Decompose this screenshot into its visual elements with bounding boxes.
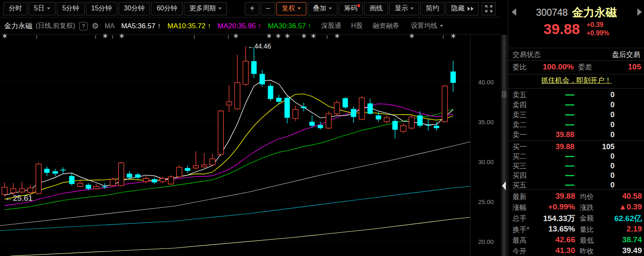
simple-mode-button[interactable]: 简约 — [420, 2, 444, 15]
fullscreen-button[interactable] — [481, 2, 496, 15]
event-updown-arrow-icon[interactable]: ↕ — [326, 34, 329, 39]
buy-order-row-5[interactable]: 买五0 — [508, 180, 644, 190]
overlay-button[interactable]: 叠加 — [307, 2, 337, 15]
sell-order-row-3[interactable]: 卖三0 — [508, 110, 644, 120]
ma-indicator-label[interactable]: MA — [105, 22, 115, 30]
event-star-icon[interactable] — [335, 34, 339, 39]
ma-values: MA5:36.57 ↑MA10:35.72 ↑MA20:35.95 ↑MA30:… — [115, 22, 311, 30]
period-button-1[interactable]: 5日 — [29, 2, 56, 15]
event-star-icon[interactable] — [103, 34, 107, 39]
order-price — [537, 171, 574, 180]
event-star-icon[interactable] — [285, 34, 290, 39]
chevron-down-icon — [218, 7, 222, 10]
stat-label: 量比 — [580, 225, 594, 234]
period-button-5[interactable]: 60分钟 — [151, 2, 183, 15]
price-change: +0.39 — [586, 21, 609, 29]
divider-line — [508, 189, 644, 190]
chevron-down-icon — [298, 7, 301, 10]
price-axis-label: 25.00 — [471, 198, 500, 205]
stat-value: 154.33万 — [529, 213, 575, 224]
candlestick-chart[interactable]: ←44.46←25.61 ↕↕↕↕↕↕↕ — [0, 35, 471, 256]
order-volume: 0 — [581, 130, 615, 139]
collapse-arrow-icon[interactable] — [502, 181, 506, 190]
event-updown-arrow-icon[interactable]: ↕ — [193, 34, 196, 39]
price-axis-label: 30.00 — [471, 158, 500, 165]
order-volume: 105 — [581, 143, 615, 151]
buy-order-row-3[interactable]: 买三0 — [508, 161, 644, 171]
buy-order-row-2[interactable]: 买二0 — [508, 151, 644, 161]
weibi-value: 100.00% — [543, 62, 574, 71]
panel-resize-divider[interactable] — [501, 35, 507, 256]
legend-stock-name: 金力永磁 — [4, 21, 32, 31]
event-updown-arrow-icon[interactable]: ↕ — [94, 34, 97, 39]
help-button[interactable]: ? — [79, 22, 88, 30]
legend-link-2[interactable]: 融资融券 — [373, 22, 399, 30]
stat-label: 昨收 — [580, 246, 594, 256]
draw-line-button[interactable]: 画线 — [364, 2, 388, 15]
stat-value: 38.74 — [600, 235, 642, 244]
order-level-label: 买三 — [512, 161, 527, 171]
order-level-label: 卖五 — [512, 90, 527, 100]
event-updown-arrow-icon[interactable]: ↕ — [111, 34, 114, 39]
event-marker-row: ↕↕↕↕↕↕↕ — [0, 34, 471, 39]
ma-settings-button[interactable]: 设置均线 — [411, 22, 443, 30]
event-star-icon[interactable] — [2, 34, 7, 39]
legend-link-0[interactable]: 深股通 — [321, 22, 341, 30]
event-star-icon[interactable] — [267, 34, 271, 39]
stat-label: 换手* — [512, 225, 529, 234]
stats-row-5: 今开41.30昨收39.49 — [508, 245, 644, 256]
event-star-icon[interactable] — [120, 34, 124, 39]
order-price — [537, 91, 574, 99]
order-volume: 0 — [581, 121, 615, 129]
period-button-label: 5日 — [34, 4, 44, 13]
event-star-icon[interactable] — [276, 34, 281, 39]
period-button-2[interactable]: 5分钟 — [57, 2, 85, 15]
chevron-down-icon — [47, 7, 50, 10]
period-button-6[interactable]: 更多周期 — [184, 2, 227, 15]
legend-links: 深股通H股融资融券 — [311, 22, 399, 30]
chips-button[interactable]: 筹码 — [339, 2, 363, 15]
event-star-icon[interactable] — [410, 34, 414, 39]
buy-order-row-1[interactable]: 买一39.88105 — [508, 142, 644, 152]
period-button-4[interactable]: 30分钟 — [119, 2, 150, 15]
period-button-0[interactable]: 分时 — [3, 2, 27, 15]
zoom-out-button[interactable]: − — [261, 2, 275, 15]
period-button-3[interactable]: 15分钟 — [86, 2, 117, 15]
event-updown-arrow-icon[interactable]: ↕ — [442, 34, 445, 39]
adjust-mode-button[interactable]: 复权 — [276, 2, 306, 15]
sell-order-row-5[interactable]: 卖一39.880 — [508, 130, 644, 140]
stats-row-4: 最高42.66最低38.74 — [508, 234, 644, 245]
double-arrow-right-icon — [467, 7, 473, 11]
event-updown-arrow-icon[interactable]: ↕ — [35, 34, 38, 39]
event-star-icon[interactable] — [451, 34, 456, 39]
empty-price-dash — [565, 124, 574, 126]
button-label: 叠加 — [313, 4, 326, 13]
event-star-icon[interactable] — [311, 34, 316, 39]
order-volume: 0 — [581, 152, 615, 161]
ma-value-0: MA5:36.57 ↑ — [121, 22, 161, 30]
gear-icon[interactable]: ⚙ — [92, 21, 99, 31]
divider-line — [508, 48, 644, 48]
chevron-down-icon — [410, 7, 414, 10]
stat-value: 42.66 — [529, 235, 575, 244]
display-button[interactable]: 显示 — [389, 2, 419, 15]
chart-border — [470, 35, 471, 256]
button-label: 筹码 — [344, 4, 357, 13]
hide-button[interactable]: 隐藏 — [446, 2, 479, 15]
sell-order-row-2[interactable]: 卖四0 — [508, 100, 644, 110]
chevron-down-icon — [440, 25, 443, 27]
sell-order-row-1[interactable]: 卖五0 — [508, 90, 644, 100]
zoom-in-button[interactable]: + — [245, 2, 259, 15]
order-volume: 0 — [581, 162, 615, 170]
buy-order-row-4[interactable]: 买四0 — [508, 170, 644, 180]
sell-order-row-4[interactable]: 卖二0 — [508, 120, 644, 130]
ma-value-1: MA10:35.72 ↑ — [168, 22, 211, 30]
event-star-icon[interactable] — [234, 34, 238, 39]
order-price: 39.88 — [537, 143, 574, 151]
event-updown-arrow-icon[interactable]: ↕ — [227, 34, 230, 39]
legend-link-1[interactable]: H股 — [351, 22, 363, 30]
open-account-promo-link[interactable]: 抓住机会，即刻开户！ — [508, 76, 644, 85]
stat-label: 涨幅 — [512, 203, 527, 212]
stat-value: 2.19 — [600, 224, 642, 234]
event-star-icon[interactable] — [302, 34, 306, 39]
